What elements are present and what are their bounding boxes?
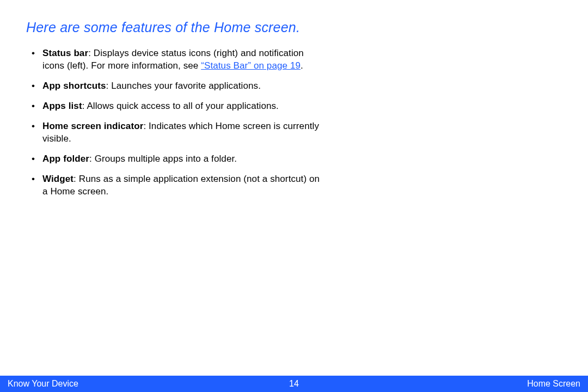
page-heading: Here are some features of the Home scree… xyxy=(26,20,562,35)
status-bar-link[interactable]: “Status Bar” on page 19 xyxy=(201,60,301,71)
list-item: App folder: Groups multiple apps into a … xyxy=(26,153,320,166)
list-item: App shortcuts: Launches your favorite ap… xyxy=(26,80,320,93)
feature-desc: : Launches your favorite applications. xyxy=(106,81,261,91)
list-item: Widget: Runs as a simple application ext… xyxy=(26,173,320,198)
feature-desc: : Allows quick access to all of your app… xyxy=(82,101,279,111)
list-item: Status bar: Displays device status icons… xyxy=(26,47,320,72)
list-item: Home screen indicator: Indicates which H… xyxy=(26,120,320,145)
feature-term: Widget xyxy=(42,174,74,184)
list-item: Apps list: Allows quick access to all of… xyxy=(26,100,320,113)
page: Here are some features of the Home scree… xyxy=(0,0,588,392)
feature-desc: : Runs as a simple application extension… xyxy=(42,174,320,197)
page-number: 14 xyxy=(289,379,299,389)
feature-term: App folder xyxy=(42,154,89,164)
feature-desc: : Groups multiple apps into a folder. xyxy=(89,154,237,164)
feature-term: Apps list xyxy=(42,101,82,111)
footer-bar: Know Your Device 14 Home Screen xyxy=(0,376,588,392)
footer-left: Know Your Device xyxy=(8,379,78,389)
footer-right: Home Screen xyxy=(527,379,580,389)
feature-term: Home screen indicator xyxy=(42,121,143,131)
feature-desc-tail: . xyxy=(301,60,303,71)
feature-term: Status bar xyxy=(42,48,88,58)
feature-term: App shortcuts xyxy=(42,81,106,91)
feature-list: Status bar: Displays device status icons… xyxy=(26,47,320,198)
